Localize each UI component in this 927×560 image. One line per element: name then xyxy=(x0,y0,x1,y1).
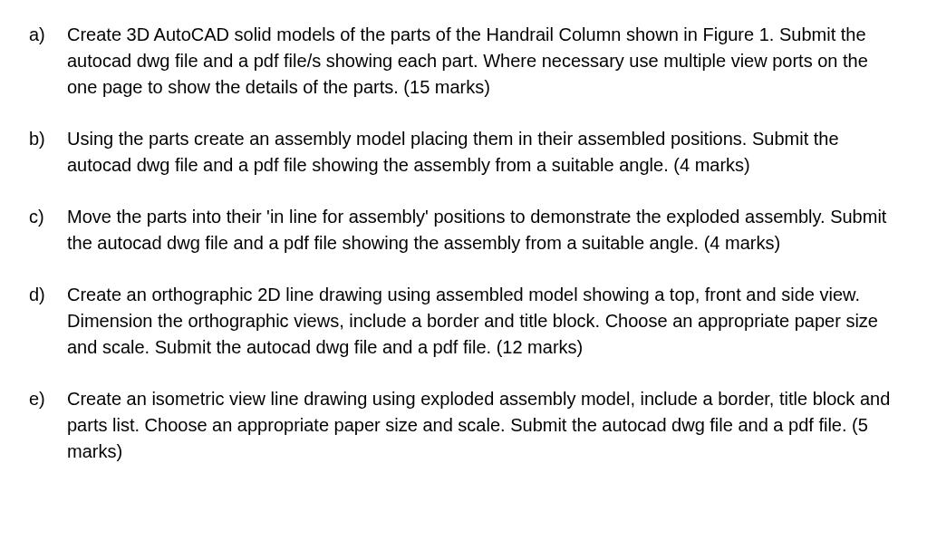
item-text: Create 3D AutoCAD solid models of the pa… xyxy=(67,22,900,101)
item-marker: c) xyxy=(27,204,67,230)
item-marker: e) xyxy=(27,386,67,412)
item-text: Create an orthographic 2D line drawing u… xyxy=(67,282,900,361)
list-item: b) Using the parts create an assembly mo… xyxy=(27,126,900,179)
list-item: a) Create 3D AutoCAD solid models of the… xyxy=(27,22,900,101)
item-text: Using the parts create an assembly model… xyxy=(67,126,900,179)
item-marker: b) xyxy=(27,126,67,152)
item-text: Move the parts into their 'in line for a… xyxy=(67,204,900,256)
list-item: c) Move the parts into their 'in line fo… xyxy=(27,204,900,256)
list-item: d) Create an orthographic 2D line drawin… xyxy=(27,282,900,361)
item-text: Create an isometric view line drawing us… xyxy=(67,386,900,465)
item-marker: d) xyxy=(27,282,67,308)
item-marker: a) xyxy=(27,22,67,48)
assignment-list: a) Create 3D AutoCAD solid models of the… xyxy=(27,22,900,465)
list-item: e) Create an isometric view line drawing… xyxy=(27,386,900,465)
